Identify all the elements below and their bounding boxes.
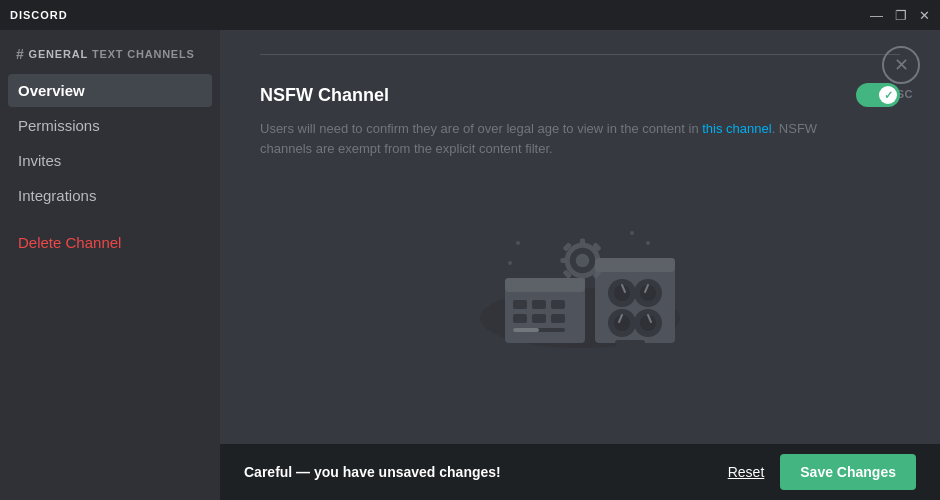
svg-rect-25 [615, 340, 645, 346]
sidebar-channel-name-bold: GENERAL [29, 48, 88, 60]
nsfw-title: NSFW Channel [260, 85, 389, 106]
svg-point-38 [630, 231, 634, 235]
illustration-wrap [260, 158, 900, 378]
sidebar-channel-header: # GENERAL TEXT CHANNELS [8, 46, 212, 70]
settings-illustration [470, 188, 690, 368]
svg-rect-7 [532, 314, 546, 323]
sidebar-nav: Overview Permissions Invites Integration… [8, 74, 212, 259]
close-button[interactable]: ✕ [919, 9, 930, 22]
svg-rect-29 [580, 274, 585, 283]
title-bar: DISCORD — ❐ ✕ [0, 0, 940, 30]
svg-rect-30 [560, 258, 569, 263]
sidebar-item-overview[interactable]: Overview [8, 74, 212, 107]
svg-point-39 [508, 261, 512, 265]
unsaved-warning-text: Careful — you have unsaved changes! [244, 464, 501, 480]
toggle-thumb: ✓ [879, 86, 897, 104]
hash-icon: # [16, 46, 25, 62]
main-layout: # GENERAL TEXT CHANNELS Overview Permiss… [0, 30, 940, 500]
toggle-check-icon: ✓ [884, 89, 893, 102]
nsfw-toggle[interactable]: ✓ [856, 83, 900, 107]
toggle-track: ✓ [856, 83, 900, 107]
save-changes-button[interactable]: Save Changes [780, 454, 916, 490]
sidebar-item-delete-channel[interactable]: Delete Channel [8, 226, 212, 259]
svg-point-27 [576, 254, 590, 268]
sidebar-channel-name-light: TEXT CHANNELS [92, 48, 195, 60]
svg-rect-4 [532, 300, 546, 309]
sidebar-item-integrations[interactable]: Integrations [8, 179, 212, 212]
bottom-actions: Reset Save Changes [728, 454, 916, 490]
svg-point-36 [516, 241, 520, 245]
svg-rect-8 [551, 314, 565, 323]
svg-rect-6 [513, 314, 527, 323]
content-scroll: ✕ ESC NSFW Channel ✓ [220, 30, 940, 444]
svg-rect-2 [505, 278, 585, 292]
unsaved-changes-bar: Careful — you have unsaved changes! Rese… [220, 444, 940, 500]
top-divider [260, 54, 900, 55]
svg-rect-10 [513, 328, 539, 332]
svg-rect-3 [513, 300, 527, 309]
window-controls: — ❐ ✕ [870, 9, 930, 22]
app-logo: DISCORD [10, 9, 68, 21]
nsfw-channel-link[interactable]: this channel [702, 121, 771, 136]
svg-rect-12 [595, 258, 675, 272]
maximize-button[interactable]: ❐ [895, 9, 907, 22]
sidebar: # GENERAL TEXT CHANNELS Overview Permiss… [0, 30, 220, 500]
nsfw-description: Users will need to confirm they are of o… [260, 119, 820, 158]
sidebar-item-permissions[interactable]: Permissions [8, 109, 212, 142]
svg-rect-31 [596, 258, 605, 263]
content-area: ✕ ESC NSFW Channel ✓ [220, 30, 940, 500]
svg-point-37 [646, 241, 650, 245]
nsfw-section: NSFW Channel ✓ [260, 83, 900, 107]
svg-rect-28 [580, 238, 585, 247]
svg-rect-5 [551, 300, 565, 309]
minimize-button[interactable]: — [870, 9, 883, 22]
sidebar-item-invites[interactable]: Invites [8, 144, 212, 177]
esc-circle-icon: ✕ [882, 46, 920, 84]
reset-button[interactable]: Reset [728, 464, 765, 480]
